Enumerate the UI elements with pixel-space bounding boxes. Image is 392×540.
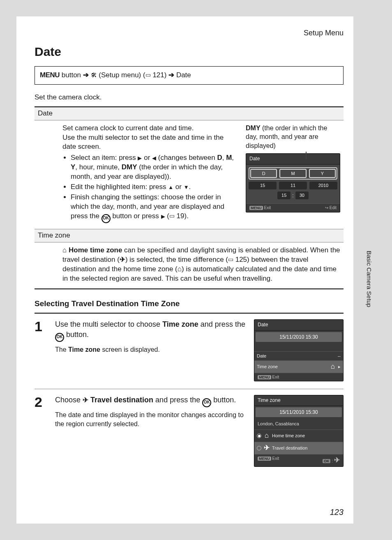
step-2: 2 Choose Travel destination and press th… bbox=[35, 389, 344, 474]
lcd-option-travel-dest: Travel destination bbox=[254, 442, 343, 454]
lcd-field-D: D bbox=[250, 169, 277, 178]
menu-label: MENU bbox=[40, 71, 60, 79]
table-row-body-timezone: Home time zone can be specified and dayl… bbox=[35, 242, 344, 289]
home-icon bbox=[330, 362, 336, 372]
ok-icon: OK bbox=[101, 214, 111, 223]
text: Use the multi selector to set the date a… bbox=[62, 133, 238, 152]
lcd-date-menu: Date 15/11/2010 15:30 Date -- Time zone … bbox=[254, 319, 344, 381]
lcd-option-timezone: Time zone ▸ bbox=[254, 360, 343, 373]
lcd-exit-label: Exit bbox=[264, 205, 271, 210]
lcd-field-M: M bbox=[279, 169, 306, 178]
plane-icon bbox=[334, 459, 340, 463]
home-icon bbox=[264, 431, 270, 441]
content-area: Setup Menu Date MENU button (Setup menu)… bbox=[16, 16, 353, 524]
plane-icon bbox=[120, 256, 125, 263]
book-icon bbox=[228, 256, 233, 263]
table-row-header-timezone: Time zone bbox=[35, 229, 344, 242]
menu-tag: MENU bbox=[249, 206, 263, 210]
book-icon bbox=[145, 71, 151, 79]
section-title: Date bbox=[35, 44, 344, 60]
radio-off-icon bbox=[257, 446, 261, 450]
lcd-option-date: Date -- bbox=[254, 351, 343, 360]
home-icon bbox=[62, 246, 67, 254]
lcd-date-screen: Date D M Y 15 11 2010 bbox=[246, 153, 340, 212]
page-number: 123 bbox=[330, 507, 344, 518]
step-1: 1 Use the multi selector to choose Time … bbox=[35, 314, 344, 389]
menu-tag: MENU bbox=[258, 375, 271, 379]
triangle-right-icon bbox=[138, 154, 142, 162]
list-item: Edit the highlighted item: press or . bbox=[71, 182, 238, 192]
plane-icon bbox=[83, 396, 88, 404]
lcd-month-value: 11 bbox=[279, 182, 307, 189]
ok-icon: OK bbox=[55, 333, 64, 342]
side-tab-block bbox=[354, 325, 376, 354]
triangle-down-icon bbox=[184, 183, 189, 191]
lcd-datetime: 15/11/2010 15:30 bbox=[256, 407, 342, 417]
radio-on-icon bbox=[257, 434, 261, 438]
chevron-right-icon: ▸ bbox=[338, 364, 341, 370]
wrench-icon bbox=[91, 71, 97, 79]
lcd-option-home-tz: Home time zone bbox=[254, 429, 343, 442]
side-tab-label: Basic Camera Setup bbox=[365, 251, 373, 307]
subsection-title: Selecting Travel Destination Time Zone bbox=[35, 298, 344, 309]
plane-icon bbox=[264, 443, 270, 453]
book-icon bbox=[169, 212, 175, 220]
lcd-exit-label: Exit bbox=[272, 375, 279, 379]
lcd-datetime: 15/11/2010 15:30 bbox=[256, 332, 342, 342]
page: Basic Camera Setup Setup Menu Date MENU … bbox=[0, 0, 392, 540]
breadcrumb-box: MENU button (Setup menu) ( 121) Date bbox=[35, 66, 344, 85]
lcd-hour-value: 15 bbox=[277, 192, 291, 199]
lcd-day-value: 15 bbox=[249, 182, 277, 189]
lcd-colon: : bbox=[292, 192, 293, 199]
list-item: Finish changing the settings: choose the… bbox=[71, 193, 238, 223]
lcd-timezone-text: London, Casablanca bbox=[254, 418, 343, 429]
page-ref: 121) bbox=[152, 71, 166, 79]
text: Date bbox=[176, 71, 191, 79]
lcd-title: Time zone bbox=[254, 395, 343, 406]
lcd-edit-label: Edit bbox=[330, 205, 337, 210]
lcd-year-value: 2010 bbox=[309, 182, 337, 189]
step-number: 2 bbox=[35, 395, 48, 467]
list-item: Select an item: press or (changes betwee… bbox=[71, 153, 238, 182]
arrow-right-icon bbox=[168, 71, 174, 79]
intro-text: Set the camera clock. bbox=[35, 93, 344, 102]
triangle-left-icon bbox=[152, 154, 156, 162]
table-row-body-date: Set camera clock to current date and tim… bbox=[35, 120, 344, 229]
lcd-field-Y: Y bbox=[309, 169, 336, 178]
lcd-minute-value: 30 bbox=[295, 192, 309, 199]
step-number: 1 bbox=[35, 319, 48, 381]
triangle-up-icon bbox=[168, 183, 173, 191]
steps: 1 Use the multi selector to choose Time … bbox=[35, 313, 344, 474]
step-body-text: The date and time displayed in the monit… bbox=[55, 411, 247, 428]
lcd-timezone-menu: Time zone 15/11/2010 15:30 London, Casab… bbox=[254, 395, 344, 467]
edit-icon: ↪ bbox=[325, 205, 328, 210]
lcd-exit-label: Exit bbox=[272, 456, 279, 461]
home-icon bbox=[178, 265, 182, 273]
lcd-option-value: -- bbox=[338, 353, 341, 359]
page-header: Setup Menu bbox=[35, 28, 344, 38]
lcd-title: Date bbox=[246, 154, 340, 164]
triangle-right-icon bbox=[161, 212, 165, 220]
menu-tag: MENU bbox=[258, 457, 271, 461]
table-row-header-date: Date bbox=[35, 106, 344, 120]
arrow-right-icon bbox=[83, 71, 89, 79]
date-lcd-column: DMY (the order in which the day, month, … bbox=[246, 124, 340, 224]
lcd-title: Date bbox=[254, 320, 343, 330]
text: (Setup menu) bbox=[99, 71, 141, 79]
text: Set camera clock to current date and tim… bbox=[62, 124, 238, 133]
ok-tag: OK bbox=[323, 459, 331, 463]
ok-icon: OK bbox=[202, 398, 211, 407]
dmy-caption: DMY (the order in which the day, month, … bbox=[246, 124, 340, 150]
text: button bbox=[62, 71, 81, 79]
